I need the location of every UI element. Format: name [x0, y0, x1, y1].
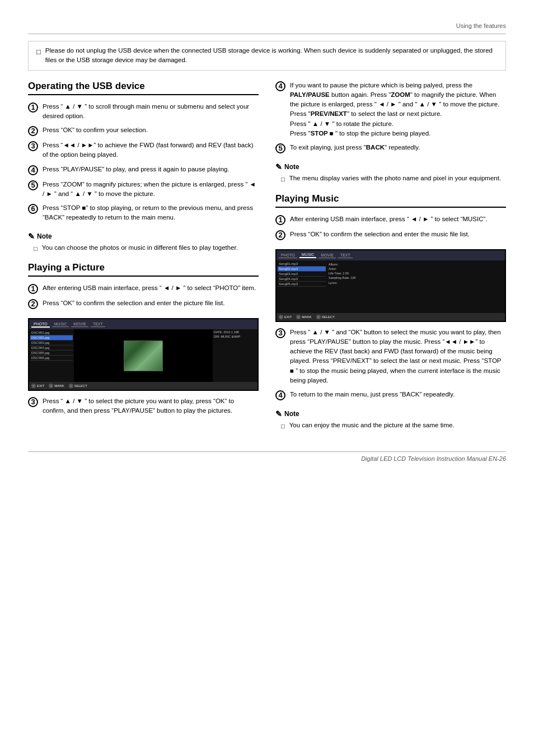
screen-music-file-item: Song04.mp3	[278, 277, 326, 282]
note-checkbox-icon: □	[34, 244, 38, 254]
note-text: You can enjoy the music and the picture …	[289, 421, 455, 431]
screen-mark-btn: ○ MARK	[49, 384, 64, 388]
playing-picture-note: ✎ Note □ The menu display varies with th…	[275, 162, 506, 184]
photo-screen-screenshot: PHOTO MUSIC MOVIE TEXT DSC001.jpg DSC002…	[28, 318, 259, 391]
screen-mark-icon: ○	[296, 315, 301, 319]
step-number: 5	[275, 143, 285, 153]
page-header-label: Using the features	[28, 22, 506, 29]
screen-info-line: Album:	[329, 262, 503, 267]
playing-picture-step3: 3 Press “ ▲ / ▼ ” to select the picture …	[28, 396, 259, 416]
screen-select-label: SELECT	[322, 315, 335, 319]
screen-music-info: Album: Artist: Life Time: 1:00 Sampling …	[327, 260, 505, 313]
screen-file-item: DSC002.jpg	[30, 335, 73, 340]
screen-music-file-list: Song01.mp3 Song02.mp3 Song03.mp3 Song04.…	[277, 260, 327, 313]
step-item: 5 Press “ZOOM” to magnify pictures; when…	[28, 180, 259, 199]
section-playing-picture-title: Playing a Picture	[28, 262, 259, 277]
bold-text: PALY/PAUSE	[290, 91, 330, 98]
screen-music-file-item: Song05.mp3	[278, 282, 326, 287]
note-label: Note	[37, 232, 52, 240]
step-number: 4	[275, 390, 285, 400]
step-text: Press “PLAY/PAUSE” to play, and press it…	[43, 165, 259, 174]
playing-picture-step4: 4 If you want to pause the picture which…	[275, 81, 506, 154]
screen-photo-info: DATE: 2011.1.188 DIR: MUSIC &AMP	[213, 329, 257, 382]
step-item: 4 Press “PLAY/PAUSE” to play, and press …	[28, 165, 259, 175]
screen-inner: PHOTO MUSIC MOVIE TEXT DSC001.jpg DSC002…	[29, 319, 257, 390]
screen-file-item: DSC003.jpg	[30, 340, 73, 346]
screen-body: DSC001.jpg DSC002.jpg DSC003.jpg DSC004.…	[29, 329, 257, 382]
playing-music-steps-1-2: 1 After entering USB main interface, pre…	[275, 214, 506, 240]
note-label: Note	[284, 410, 299, 418]
bold-text: ZOOM	[391, 91, 410, 98]
left-column: Operating the USB device 1 Press “ ▲ / ▼…	[28, 81, 259, 440]
screen-file-item: DSC001.jpg	[30, 330, 73, 335]
step-item: 1 After entering USB main interface, pre…	[28, 283, 259, 294]
screen-tab-movie: MOVIE	[318, 253, 336, 258]
screen-photo-image	[124, 340, 163, 371]
screen-exit-btn: ○ EXIT	[31, 384, 44, 388]
screen-tab-music: MUSIC	[299, 252, 317, 258]
screen-tab-photo: PHOTO	[279, 253, 297, 258]
step-item: 1 After entering USB main interface, pre…	[275, 214, 506, 225]
step-item: 2 Press “OK” to confirm the selection an…	[28, 298, 259, 309]
screen-tabs-bar: PHOTO MUSIC MOVIE TEXT	[29, 319, 257, 329]
screen-tab-movie: MOVIE	[71, 321, 88, 327]
screen-music-file-item: Song03.mp3	[278, 272, 326, 277]
screen-file-item: DSC004.jpg	[30, 346, 73, 351]
step-text: Press “OK” to confirm the selection and …	[43, 298, 259, 308]
step-text: Press “OK” to confirm your selection.	[43, 125, 259, 135]
screen-info-line: Life Time: 1:00	[329, 271, 503, 276]
screen-music-file-item: Song01.mp3	[278, 262, 326, 267]
step-number: 1	[275, 215, 285, 225]
screen-select-label: SELECT	[74, 384, 87, 388]
screen-exit-icon: ○	[31, 384, 36, 388]
note-checkbox-icon: □	[281, 175, 285, 184]
top-divider	[28, 34, 506, 34]
step-number: 1	[28, 284, 38, 294]
step-text: Press “ ▲ / ▼ ” and “OK” button to selec…	[290, 328, 506, 386]
screen-bottom-bar: ○ EXIT ○ MARK ○ SELECT	[29, 382, 257, 390]
note-text: You can choose the photos or music in di…	[42, 243, 238, 254]
note-item: □ You can enjoy the music and the pictur…	[275, 421, 506, 431]
section-playing-music-title: Playing Music	[275, 193, 506, 208]
bold-text: BACK	[366, 144, 385, 151]
screen-select-btn: ○ SELECT	[316, 315, 335, 319]
step-number: 3	[28, 141, 38, 151]
screen-exit-label: EXIT	[37, 384, 44, 388]
step-text: Press “ ▲ / ▼ ” to select the picture yo…	[43, 396, 259, 416]
step-text: Press “ZOOM” to magnify pictures; when t…	[43, 180, 259, 199]
page: Using the features □ Please do not unplu…	[0, 0, 534, 756]
step-number: 1	[28, 102, 38, 113]
step-text: To return to the main menu, just press “…	[290, 390, 506, 399]
step-number: 5	[28, 180, 38, 190]
step-item: 3 Press “ ▲ / ▼ ” to select the picture …	[28, 396, 259, 416]
step-number: 2	[275, 230, 285, 240]
step-text: After entering USB main interface, press…	[290, 214, 506, 224]
screen-mark-icon: ○	[49, 384, 53, 388]
note-item: □ The menu display varies with the photo…	[275, 174, 506, 184]
note-icon: ✎	[28, 232, 35, 241]
step-text: Press “◄◄ / ►►” to achieve the FWD (fast…	[43, 141, 259, 160]
note-title: ✎ Note	[275, 162, 506, 171]
screen-exit-icon: ○	[279, 315, 283, 319]
warning-checkbox-icon: □	[36, 46, 41, 58]
music-screen-screenshot: PHOTO MUSIC MOVIE TEXT Song01.mp3 Song02…	[275, 249, 506, 322]
screen-tab-photo: PHOTO	[31, 321, 50, 328]
right-column: 4 If you want to pause the picture which…	[275, 81, 506, 440]
screen-info-line: Artist:	[329, 267, 503, 271]
screen-info-line: DATE: 2011.1.188	[214, 330, 256, 335]
step-item: 6 Press “STOP ■” to stop playing, or ret…	[28, 203, 259, 223]
step-item: 3 Press “ ▲ / ▼ ” and “OK” button to sel…	[275, 328, 506, 386]
screen-body: Song01.mp3 Song02.mp3 Song03.mp3 Song04.…	[277, 260, 505, 313]
step-number: 3	[28, 397, 38, 407]
step-number: 4	[28, 165, 38, 175]
note-icon: ✎	[275, 409, 282, 418]
screen-bottom-bar: ○ EXIT ○ MARK ○ SELECT	[277, 313, 505, 321]
screen-select-icon: ○	[69, 384, 73, 388]
step-item: 4 To return to the main menu, just press…	[275, 390, 506, 400]
two-column-layout: Operating the USB device 1 Press “ ▲ / ▼…	[28, 81, 506, 440]
screen-file-list: DSC001.jpg DSC002.jpg DSC003.jpg DSC004.…	[29, 329, 74, 382]
playing-music-note: ✎ Note □ You can enjoy the music and the…	[275, 409, 506, 431]
operating-usb-steps: 1 Press “ ▲ / ▼ ” to scroll through main…	[28, 102, 259, 223]
screen-file-item: DSC005.jpg	[30, 351, 73, 356]
step-item: 2 Press “OK” to confirm your selection.	[28, 125, 259, 136]
